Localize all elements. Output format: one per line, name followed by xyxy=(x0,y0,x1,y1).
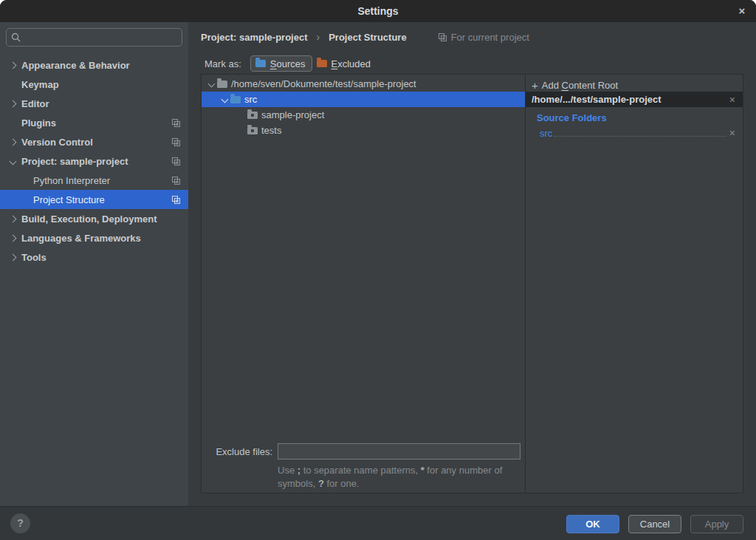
settings-nav: Appearance & Behavior Keymap Editor Plug… xyxy=(0,55,188,267)
current-project-icon xyxy=(171,195,181,207)
folder-icon xyxy=(247,127,258,134)
chevron-right-icon xyxy=(9,100,16,107)
tree-row-sample-project[interactable]: sample-project xyxy=(202,107,525,123)
folder-icon xyxy=(217,81,227,88)
content-root-item[interactable]: /home/.../test/sample-project × xyxy=(526,92,743,107)
mark-as-toolbar: Mark as: Sources Excluded xyxy=(205,55,377,72)
content-root-panel: + Add Content Root /home/.../test/sample… xyxy=(526,75,743,493)
chevron-down-icon[interactable] xyxy=(208,81,216,88)
breadcrumb: Project: sample-project › Project Struct… xyxy=(201,28,529,46)
chevron-right-icon xyxy=(9,61,16,69)
chevron-right-icon xyxy=(9,138,16,146)
directory-tree-panel: /home/sven/Dokumente/test/sample-project… xyxy=(202,75,525,493)
remove-source-folder-icon[interactable]: × xyxy=(729,127,735,139)
exclude-files-label: Exclude files: xyxy=(202,446,272,457)
sidebar-item-project[interactable]: Project: sample-project xyxy=(0,151,188,171)
current-project-icon xyxy=(171,137,181,149)
remove-content-root-icon[interactable]: × xyxy=(729,94,735,106)
current-project-icon xyxy=(171,118,181,130)
sidebar-item-version-control[interactable]: Version Control xyxy=(0,132,188,151)
sidebar-item-project-structure[interactable]: Project Structure xyxy=(0,190,188,209)
source-folder-item[interactable]: src × xyxy=(540,127,735,140)
current-project-icon xyxy=(438,33,447,42)
close-icon[interactable]: × xyxy=(731,0,753,22)
mark-as-excluded-button[interactable]: Excluded xyxy=(312,55,377,72)
chevron-right-icon xyxy=(9,215,16,222)
folder-icon xyxy=(247,112,258,119)
current-project-icon xyxy=(171,176,181,188)
exclude-files-input[interactable] xyxy=(278,443,520,459)
breadcrumb-page-title: Project Structure xyxy=(329,32,406,43)
sidebar-item-build-execution-deployment[interactable]: Build, Execution, Deployment xyxy=(0,209,188,228)
sidebar-item-languages-frameworks[interactable]: Languages & Frameworks xyxy=(0,228,188,247)
search-icon xyxy=(11,33,21,42)
exclude-files-hint: Use ; to separate name patterns, * for a… xyxy=(278,464,514,491)
breadcrumb-separator-icon: › xyxy=(317,31,320,43)
sidebar-item-keymap[interactable]: Keymap xyxy=(0,75,188,94)
source-folder-name[interactable]: src xyxy=(540,128,552,139)
cancel-button[interactable]: Cancel xyxy=(628,515,681,533)
ok-button[interactable]: OK xyxy=(566,515,619,533)
chevron-right-icon xyxy=(9,253,16,261)
mark-as-label: Mark as: xyxy=(205,58,241,69)
tree-row-tests[interactable]: tests xyxy=(202,123,525,138)
settings-search[interactable] xyxy=(6,28,182,47)
apply-button[interactable]: Apply xyxy=(690,515,743,533)
settings-dialog: Settings × Appearance & Behavior Keymap … xyxy=(0,0,756,540)
sidebar-item-plugins[interactable]: Plugins xyxy=(0,113,188,132)
sidebar-item-tools[interactable]: Tools xyxy=(0,247,188,267)
tree-row-src[interactable]: src xyxy=(202,92,525,107)
source-folders-title: Source Folders xyxy=(537,112,607,123)
excluded-folder-icon xyxy=(317,60,327,67)
current-project-icon xyxy=(171,157,181,168)
tree-row-content-root[interactable]: /home/sven/Dokumente/test/sample-project xyxy=(202,76,525,92)
exclude-files-row: Exclude files: xyxy=(202,442,525,460)
source-folder-icon xyxy=(230,96,241,103)
sidebar-item-editor[interactable]: Editor xyxy=(0,94,188,113)
sidebar-item-python-interpreter[interactable]: Python Interpreter xyxy=(0,171,188,190)
help-button[interactable]: ? xyxy=(10,513,30,533)
source-folder-icon xyxy=(255,60,266,67)
content-root-path: /home/.../test/sample-project xyxy=(532,94,729,105)
dialog-title: Settings xyxy=(0,0,756,22)
directory-tree: /home/sven/Dokumente/test/sample-project… xyxy=(202,75,525,138)
plus-icon: + xyxy=(532,79,538,92)
search-input[interactable] xyxy=(21,32,182,43)
project-structure-panels: /home/sven/Dokumente/test/sample-project… xyxy=(201,74,743,493)
sidebar-item-appearance-behavior[interactable]: Appearance & Behavior xyxy=(0,55,188,75)
chevron-right-icon xyxy=(9,234,16,242)
dialog-footer: ? OK Cancel Apply xyxy=(0,506,756,540)
chevron-down-icon xyxy=(9,157,16,165)
settings-content: Project: sample-project › Project Struct… xyxy=(188,22,756,506)
add-content-root-button[interactable]: + Add Content Root xyxy=(532,78,618,92)
chevron-down-icon[interactable] xyxy=(221,96,229,103)
dotted-leader xyxy=(554,136,726,137)
mark-as-sources-button[interactable]: Sources xyxy=(250,55,312,72)
for-current-project-note: For current project xyxy=(438,32,529,43)
title-bar: Settings × xyxy=(0,0,756,22)
settings-sidebar: Appearance & Behavior Keymap Editor Plug… xyxy=(0,22,188,506)
breadcrumb-project: Project: sample-project xyxy=(201,32,308,43)
